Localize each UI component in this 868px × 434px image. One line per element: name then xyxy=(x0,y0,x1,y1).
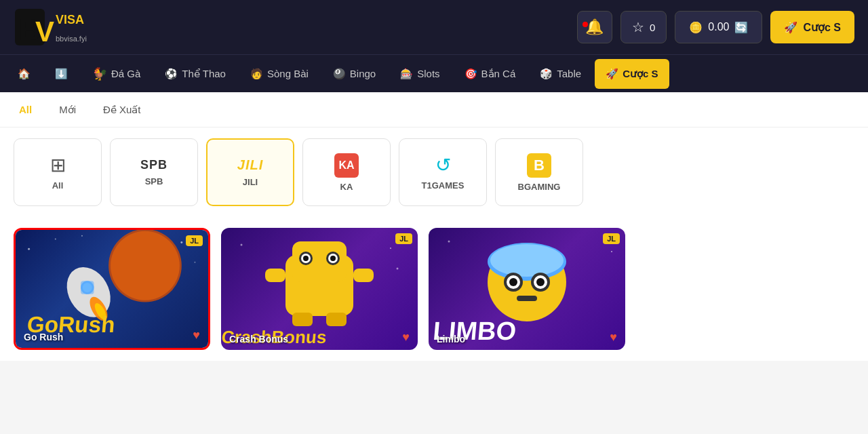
cuoc-si-button[interactable]: 🚀 Cược S xyxy=(770,11,854,43)
svg-point-7 xyxy=(180,241,182,243)
nav-bingo[interactable]: 🎱 Bingo xyxy=(322,59,387,89)
limbo-tag: JL xyxy=(603,233,620,244)
svg-point-36 xyxy=(611,251,612,252)
provider-ka-label: KA xyxy=(340,182,353,192)
bingo-icon: 🎱 xyxy=(333,68,346,80)
svg-point-20 xyxy=(390,248,391,249)
provider-t1games-label: T1GAMES xyxy=(422,180,465,191)
provider-jili[interactable]: JILI JILI xyxy=(206,138,294,206)
game-card-go-rush[interactable]: GoRush JL Go Rush ♥ xyxy=(14,228,210,350)
provider-ka[interactable]: KA KA xyxy=(302,138,391,206)
da-ga-icon: 🐓 xyxy=(92,66,107,81)
nav-song-bai[interactable]: 🧑 Sòng Bài xyxy=(239,59,319,89)
provider-spb[interactable]: SPB SPB xyxy=(110,138,198,206)
filter-moi-label: Mới xyxy=(59,104,76,115)
crash-tag: JL xyxy=(395,233,412,244)
nav-slots[interactable]: 🎰 Slots xyxy=(389,59,450,89)
svg-rect-32 xyxy=(292,313,313,326)
nav-ban-ca[interactable]: 🎯 Bắn Cá xyxy=(454,59,527,89)
game-bg-limbo: LIMBO JL Limbo ♥ xyxy=(429,228,625,350)
cuoc-si-nav-icon: 🚀 xyxy=(606,68,618,80)
svg-point-8 xyxy=(194,262,195,263)
notification-wrapper: 🔔 xyxy=(577,11,612,43)
filter-de-xuat-label: Đề Xuất xyxy=(103,104,141,115)
svg-point-35 xyxy=(448,241,450,243)
main-nav: 🏠 ⬇️ 🐓 Đá Gà ⚽ Thể Thao 🧑 Sòng Bài 🎱 Bin… xyxy=(0,54,868,92)
nav-the-thao[interactable]: ⚽ Thể Thao xyxy=(154,59,237,89)
provider-all-label: All xyxy=(52,180,64,191)
cuoc-si-label: Cược S xyxy=(803,21,841,34)
balance-button[interactable]: 🪙 0.00 🔄 xyxy=(675,11,762,43)
provider-spb-label: SPB xyxy=(145,176,163,186)
provider-bgaming-label: BGAMING xyxy=(518,182,561,192)
bgaming-logo: B xyxy=(527,153,551,178)
svg-text:bbvisa.fyi: bbvisa.fyi xyxy=(56,35,87,43)
t1-logo: ↺ xyxy=(435,154,451,176)
svg-point-6 xyxy=(55,239,56,240)
balance-amount: 0.00 xyxy=(708,21,729,33)
game-bg-gorush: GoRush JL Go Rush ♥ xyxy=(16,230,208,348)
bingo-label: Bingo xyxy=(350,68,376,79)
svg-point-5 xyxy=(28,248,30,250)
table-label: Table xyxy=(557,68,581,79)
provider-bgaming[interactable]: B BGAMING xyxy=(495,138,583,206)
game-section: GoRush JL Go Rush ♥ xyxy=(0,217,868,361)
song-bai-icon: 🧑 xyxy=(250,68,263,80)
gorush-fav[interactable]: ♥ xyxy=(193,328,200,342)
nav-table[interactable]: 🎲 Table xyxy=(529,59,592,89)
cuoc-si-nav-label: Cược S xyxy=(623,68,658,80)
the-thao-icon: ⚽ xyxy=(165,68,178,80)
song-bai-label: Sòng Bài xyxy=(267,68,309,79)
svg-rect-33 xyxy=(326,313,347,326)
svg-rect-30 xyxy=(265,269,285,282)
svg-point-45 xyxy=(536,278,545,286)
provider-t1games[interactable]: ↺ T1GAMES xyxy=(399,138,487,206)
filter-tab-de-xuat[interactable]: Đề Xuất xyxy=(98,101,146,119)
svg-rect-46 xyxy=(517,296,537,301)
home-icon: 🏠 xyxy=(18,68,31,80)
filter-tab-moi[interactable]: Mới xyxy=(54,101,81,119)
nav-da-ga[interactable]: 🐓 Đá Gà xyxy=(81,59,151,89)
crash-label: Crash Bonus xyxy=(229,334,288,344)
provider-section: ⊞ All SPB SPB JILI JILI KA KA ↺ T1GAMES … xyxy=(0,127,868,217)
ban-ca-icon: 🎯 xyxy=(465,68,477,80)
svg-point-21 xyxy=(397,268,399,270)
provider-jili-label: JILI xyxy=(243,177,258,187)
game-card-crash-bonus[interactable]: CrashBonus JL Crash Bonus ♥ xyxy=(221,228,418,350)
svg-point-19 xyxy=(241,244,243,246)
jili-logo: JILI xyxy=(237,157,263,173)
nav-cuoc-si[interactable]: 🚀 Cược S xyxy=(595,59,669,89)
game-card-limbo[interactable]: LIMBO JL Limbo ♥ xyxy=(429,228,625,350)
svg-point-42 xyxy=(509,278,517,286)
svg-rect-15 xyxy=(81,281,94,294)
notification-button[interactable]: 🔔 xyxy=(577,11,612,43)
gorush-label: Go Rush xyxy=(24,332,63,342)
ban-ca-label: Bắn Cá xyxy=(481,68,516,80)
download-icon: ⬇️ xyxy=(55,68,68,80)
nav-home[interactable]: 🏠 xyxy=(7,59,41,89)
svg-point-29 xyxy=(330,256,336,261)
stars-button[interactable]: ☆ 0 xyxy=(620,11,667,43)
the-thao-label: Thể Thao xyxy=(182,68,226,80)
svg-point-39 xyxy=(490,244,564,277)
provider-grid: ⊞ All SPB SPB JILI JILI KA KA ↺ T1GAMES … xyxy=(14,138,854,206)
filter-tab-all[interactable]: All xyxy=(14,101,37,118)
crash-fav[interactable]: ♥ xyxy=(402,330,410,344)
star-icon: ☆ xyxy=(632,19,644,35)
da-ga-label: Đá Gà xyxy=(111,68,140,79)
svg-text:V: V xyxy=(35,16,54,47)
svg-point-9 xyxy=(81,235,83,237)
limbo-fav[interactable]: ♥ xyxy=(610,330,617,344)
filter-all-label: All xyxy=(19,104,32,115)
svg-text:VISA: VISA xyxy=(56,13,84,26)
ka-logo: KA xyxy=(334,153,359,178)
crash-art: CrashBonus xyxy=(221,228,418,350)
all-icon: ⊞ xyxy=(50,154,66,176)
table-icon: 🎲 xyxy=(540,68,553,80)
logo[interactable]: B V VISA bbvisa.fyi xyxy=(14,7,102,47)
svg-point-26 xyxy=(303,256,309,261)
filter-bar: All Mới Đề Xuất xyxy=(0,92,868,127)
game-grid: GoRush JL Go Rush ♥ xyxy=(14,228,854,350)
nav-download[interactable]: ⬇️ xyxy=(44,59,79,89)
provider-all[interactable]: ⊞ All xyxy=(14,138,102,206)
